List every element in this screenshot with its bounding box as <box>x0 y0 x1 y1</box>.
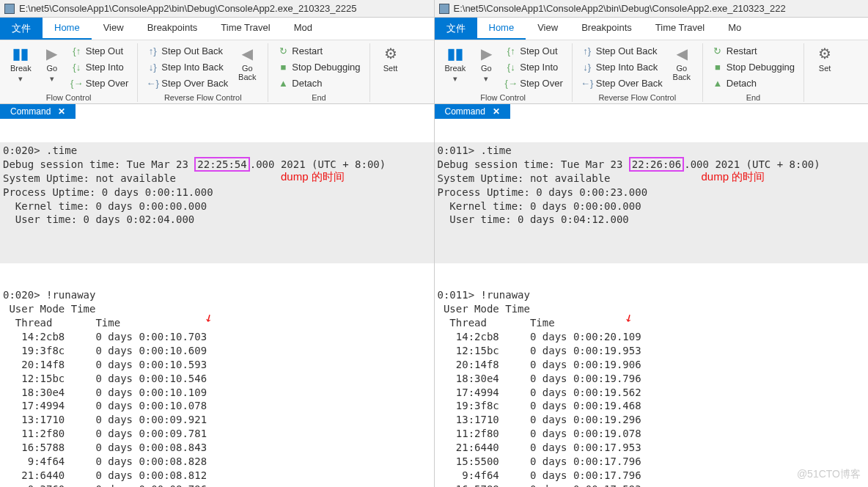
ribbon-tabs: 文件 Home View Breakpoints Time Travel Mo <box>435 18 869 40</box>
step-into-icon: {↓ <box>505 61 517 73</box>
group-flow-label: Flow Control <box>441 93 566 102</box>
console-line: 0:020> .time <box>3 144 431 158</box>
console-line: 11:2f80 0 days 0:00:09.781 <box>3 427 431 441</box>
step-over-button[interactable]: {→Step Over <box>68 76 132 90</box>
console-line: 11:2f80 0 days 0:00:19.078 <box>438 427 866 441</box>
detach-icon: ▲ <box>277 77 289 89</box>
console-line: User time: 0 days 0:02:04.000 <box>3 213 431 227</box>
ribbon: ▮▮Break▾ ▶Go▾ {↑Step Out {↓Step Into {→S… <box>435 40 869 104</box>
console-line: 12:15bc 0 days 0:00:10.546 <box>3 372 431 386</box>
tab-view[interactable]: View <box>92 18 136 40</box>
console[interactable]: 0:011> .timeDebug session time: Tue Mar … <box>435 119 869 487</box>
break-button[interactable]: ▮▮Break▾ <box>6 43 36 84</box>
pause-icon: ▮▮ <box>446 45 464 62</box>
console-line: Debug session time: Tue Mar 23 22:26:06.… <box>438 158 866 172</box>
watermark: @51CTO博客 <box>797 468 861 481</box>
gear-icon: ⚙ <box>382 45 400 62</box>
tab-mod[interactable]: Mo <box>716 18 753 40</box>
annotation-text: dump 的时间 <box>281 170 345 184</box>
pause-icon: ▮▮ <box>12 45 29 62</box>
console-line: Debug session time: Tue Mar 23 22:25:54.… <box>3 158 431 172</box>
console-line: Kernel time: 0 days 0:00:00.000 <box>3 199 431 213</box>
annotation-text: dump 的时间 <box>702 170 765 184</box>
go-back-button[interactable]: ▶Go Back <box>667 43 696 83</box>
break-button[interactable]: ▮▮Break▾ <box>441 43 471 84</box>
step-into-back-icon: ↓} <box>147 61 158 73</box>
console-line: Process Uptime: 0 days 0:00:23.000 <box>438 186 866 199</box>
group-rflow-label: Reverse Flow Control <box>578 93 696 102</box>
restart-icon: ↻ <box>277 45 289 56</box>
play-back-icon: ▶ <box>673 45 691 62</box>
console-line: Thread Time <box>438 316 866 330</box>
play-back-icon: ▶ <box>238 45 256 62</box>
tab-home[interactable]: Home <box>43 18 92 40</box>
settings-button[interactable]: ⚙Sett <box>376 43 405 74</box>
command-tab-bar: Command✕ <box>0 104 434 119</box>
step-over-icon: {→ <box>505 77 517 89</box>
window-title: E:\net5\ConsoleApp1\ConsoleApp2\bin\Debu… <box>19 3 356 14</box>
tab-timetravel[interactable]: Time Travel <box>209 18 282 40</box>
go-button[interactable]: ▶Go▾ <box>37 43 67 84</box>
step-over-back-button[interactable]: ←}Step Over Back <box>144 76 231 90</box>
console-line: 0:011> !runaway <box>438 288 866 302</box>
step-into-icon: {↓ <box>71 61 83 73</box>
step-out-icon: {↑ <box>71 45 83 56</box>
stop-icon: ■ <box>277 61 289 73</box>
stop-icon: ■ <box>712 61 724 73</box>
console-line: 16:5788 0 days 0:00:08.843 <box>3 441 431 455</box>
play-icon: ▶ <box>43 45 61 62</box>
step-out-back-button[interactable]: ↑}Step Out Back <box>578 43 666 58</box>
step-over-back-icon: ←} <box>581 77 593 89</box>
command-tab[interactable]: Command✕ <box>435 104 510 119</box>
tab-mod[interactable]: Mod <box>282 18 324 40</box>
step-into-button[interactable]: {↓Step Into <box>68 59 132 74</box>
detach-button[interactable]: ▲Detach <box>274 76 363 90</box>
stop-button[interactable]: ■Stop Debugging <box>709 59 798 74</box>
step-out-button[interactable]: {↑Step Out <box>502 43 566 58</box>
step-over-back-icon: ←} <box>147 77 158 89</box>
step-out-button[interactable]: {↑Step Out <box>68 43 132 58</box>
tab-breakpoints[interactable]: Breakpoints <box>570 18 644 40</box>
restart-button[interactable]: ↻Restart <box>274 43 363 58</box>
console-line: System Uptime: not available <box>3 172 431 186</box>
console-line: 0:011> .time <box>438 144 866 158</box>
console-line: User time: 0 days 0:04:12.000 <box>438 213 866 227</box>
console-line: 18:30e4 0 days 0:00:19.796 <box>438 372 866 386</box>
step-into-button[interactable]: {↓Step Into <box>502 59 566 74</box>
detach-button[interactable]: ▲Detach <box>709 76 798 90</box>
console-line: 13:1710 0 days 0:00:19.296 <box>438 413 866 427</box>
console-line: 12:15bc 0 days 0:00:19.953 <box>438 344 866 358</box>
step-out-back-button[interactable]: ↑}Step Out Back <box>144 43 231 58</box>
ribbon-tabs: 文件 Home View Breakpoints Time Travel Mod <box>0 18 434 40</box>
app-icon <box>4 4 15 14</box>
group-end-label: End <box>274 93 363 102</box>
console-line: Process Uptime: 0 days 0:00:11.000 <box>3 186 431 199</box>
tab-file[interactable]: 文件 <box>435 18 477 40</box>
ribbon: ▮▮Break▾ ▶Go▾ {↑Step Out {↓Step Into {→S… <box>0 40 434 104</box>
step-out-icon: {↑ <box>505 45 517 56</box>
close-icon[interactable]: ✕ <box>493 106 500 117</box>
console-line: System Uptime: not available <box>438 172 866 186</box>
tab-file[interactable]: 文件 <box>0 18 43 40</box>
stop-button[interactable]: ■Stop Debugging <box>274 59 363 74</box>
command-tab[interactable]: Command✕ <box>0 104 76 119</box>
tab-view[interactable]: View <box>526 18 570 40</box>
close-icon[interactable]: ✕ <box>58 106 65 117</box>
play-icon: ▶ <box>477 45 495 62</box>
tab-timetravel[interactable]: Time Travel <box>644 18 716 40</box>
console-line: 13:1710 0 days 0:00:09.921 <box>3 413 431 427</box>
tab-breakpoints[interactable]: Breakpoints <box>136 18 210 40</box>
settings-button[interactable]: ⚙Set <box>810 43 839 74</box>
step-into-back-button[interactable]: ↓}Step Into Back <box>578 59 666 74</box>
step-over-button[interactable]: {→Step Over <box>502 76 566 90</box>
console-line: 20:14f8 0 days 0:00:19.906 <box>438 358 866 372</box>
tab-home[interactable]: Home <box>477 18 526 40</box>
go-back-button[interactable]: ▶Go Back <box>232 43 262 83</box>
console-line: 20:14f8 0 days 0:00:10.593 <box>3 358 431 372</box>
restart-button[interactable]: ↻Restart <box>709 43 798 58</box>
step-over-back-button[interactable]: ←}Step Over Back <box>578 76 666 90</box>
console-line: 17:4994 0 days 0:00:19.562 <box>438 386 866 400</box>
console[interactable]: 0:020> .timeDebug session time: Tue Mar … <box>0 119 434 487</box>
go-button[interactable]: ▶Go▾ <box>471 43 501 84</box>
step-into-back-button[interactable]: ↓}Step Into Back <box>144 59 231 74</box>
